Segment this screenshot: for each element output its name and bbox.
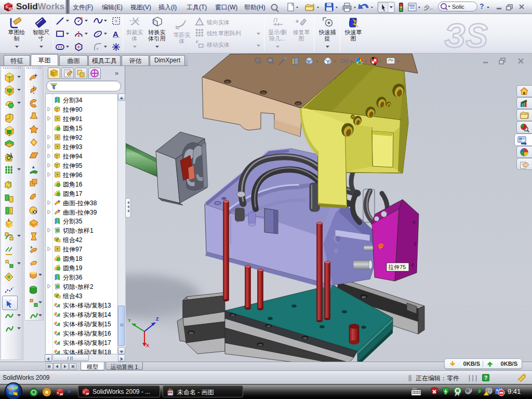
svg-text:A: A <box>113 30 118 38</box>
svg-text:拉伸75: 拉伸75 <box>388 264 406 270</box>
svg-text:X: X <box>146 343 149 348</box>
svg-text:»: » <box>68 388 71 395</box>
svg-text:W: W <box>8 6 12 11</box>
svg-text:W: W <box>60 393 63 396</box>
svg-text:φ: φ <box>378 241 383 249</box>
svg-text:W: W <box>86 392 89 395</box>
svg-text:Y: Y <box>128 318 131 323</box>
svg-text:Z: Z <box>156 316 159 322</box>
svg-text:!: ! <box>488 392 489 395</box>
svg-text:ЗS: ЗS <box>444 17 488 52</box>
svg-text:Π: Π <box>273 17 277 23</box>
svg-text:少..: 少.. <box>424 4 433 10</box>
svg-text:Key: Key <box>413 387 417 390</box>
svg-text:S: S <box>83 391 85 394</box>
svg-text:S: S <box>57 391 59 394</box>
